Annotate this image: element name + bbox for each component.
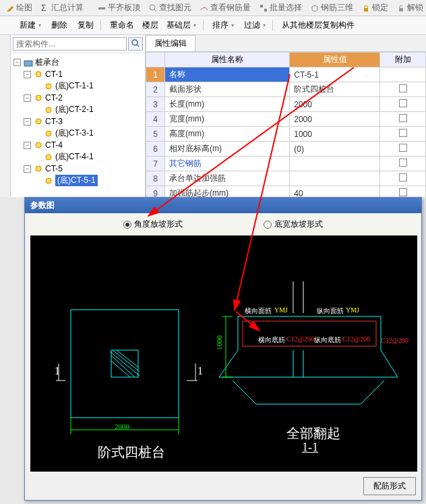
component-tree[interactable]: − 桩承台 − CT-1 (底)CT-1-1 − CT-2 (底)	[11, 53, 145, 197]
svg-line-3	[154, 9, 156, 11]
flatboard-button[interactable]: 平齐板顶	[94, 1, 143, 14]
findelem-label: 查找图元	[159, 2, 191, 13]
prop-name-cell: 其它钢筋	[165, 157, 290, 171]
collapse-icon[interactable]: −	[24, 94, 31, 102]
property-row[interactable]: 1 名称 CT-5-1	[146, 67, 426, 82]
tree-item[interactable]: − CT-5	[12, 163, 144, 174]
header-value: 属性值	[290, 53, 380, 67]
svg-point-25	[46, 84, 51, 89]
delete-button[interactable]: 删除	[47, 18, 70, 32]
find-icon	[148, 3, 158, 13]
property-row[interactable]: 8 承台单边加强筋	[146, 171, 426, 186]
svg-point-24	[36, 72, 41, 77]
prop-extra-cell[interactable]	[380, 112, 426, 127]
batchsel-button[interactable]: 批量选择	[256, 1, 305, 14]
rename-button[interactable]: 重命名	[105, 18, 137, 32]
prop-extra-cell[interactable]	[380, 127, 426, 142]
tree-child[interactable]: (底)CT-5-1	[12, 174, 144, 187]
checkbox[interactable]	[399, 173, 407, 181]
checkbox[interactable]	[399, 159, 407, 167]
row-number: 2	[146, 82, 165, 97]
prop-extra-cell[interactable]	[380, 157, 426, 171]
copy-button[interactable]: 复制	[73, 18, 96, 32]
collapse-icon[interactable]: −	[24, 142, 31, 149]
checkbox[interactable]	[399, 129, 407, 137]
search-button[interactable]	[128, 37, 143, 51]
tree-child[interactable]: (底)CT-4-1	[12, 150, 144, 163]
label-heng-di: 横向底筋	[258, 335, 285, 345]
row-number: 1	[146, 67, 165, 82]
lock-button[interactable]: 锁定	[359, 1, 391, 14]
sort-label: 排序	[212, 20, 229, 31]
prop-value-cell[interactable]: CT-5-1	[290, 67, 380, 82]
prop-value-cell[interactable]: 40	[290, 186, 380, 198]
prop-extra-cell[interactable]	[380, 186, 426, 198]
filter-button[interactable]: 过滤▾	[239, 18, 268, 32]
property-row[interactable]: 3 长度(mm) 2000	[146, 97, 426, 112]
tree-child[interactable]: (底)CT-1-1	[12, 80, 144, 92]
sumcalc-button[interactable]: Σ汇总计算	[38, 1, 86, 14]
collapse-icon[interactable]: −	[24, 165, 31, 173]
tree-child[interactable]: (底)CT-2-1	[12, 103, 144, 116]
property-row[interactable]: 5 高度(mm) 1000	[146, 127, 426, 142]
row-number: 9	[146, 186, 165, 198]
new-label: 新建	[20, 20, 36, 31]
prop-extra-cell[interactable]	[380, 171, 426, 186]
checkbox[interactable]	[399, 144, 407, 152]
property-row[interactable]: 4 宽度(mm) 2000	[146, 112, 426, 127]
delete-label: 删除	[51, 20, 67, 31]
property-row[interactable]: 6 相对底标高(m) (0)	[146, 142, 426, 157]
radio-bottom-label: 底宽放坡形式	[274, 219, 323, 230]
copyfrom-button[interactable]: 从其他楼层复制构件	[277, 18, 357, 32]
radio-angle-slope[interactable]: 角度放坡形式	[123, 219, 183, 230]
reinforcement-form-button[interactable]: 配筋形式	[363, 477, 416, 495]
tab-property-edit[interactable]: 属性编辑	[146, 35, 195, 51]
separator	[100, 20, 101, 31]
tree-child[interactable]: (底)CT-3-1	[12, 127, 144, 140]
viewrebar-button[interactable]: 查看钢筋量	[197, 1, 253, 14]
floor-button[interactable]: 楼层	[140, 18, 161, 32]
collapse-icon[interactable]: −	[13, 59, 21, 66]
prop-value-cell[interactable]: 2000	[290, 97, 380, 112]
prop-extra-cell[interactable]	[380, 142, 426, 157]
checkbox[interactable]	[399, 84, 407, 92]
collapse-icon[interactable]: −	[24, 71, 31, 78]
collapse-icon[interactable]: −	[24, 118, 31, 125]
search-input[interactable]	[13, 37, 127, 51]
prop-name-cell: 宽度(mm)	[165, 112, 290, 127]
prop-value-cell[interactable]: 1000	[290, 127, 380, 142]
checkbox[interactable]	[399, 188, 407, 196]
basement-dropdown[interactable]: 基础层▾	[164, 18, 199, 32]
tree-item[interactable]: − CT-3	[12, 116, 144, 127]
prop-extra-cell[interactable]	[380, 67, 426, 82]
checkbox[interactable]	[399, 99, 407, 107]
marker-1-right: 1	[197, 365, 203, 377]
floor-label: 楼层	[142, 20, 158, 31]
sort-button[interactable]: AZ排序▾	[208, 18, 237, 32]
svg-point-29	[46, 131, 51, 136]
tree-item[interactable]: − CT-1	[12, 69, 144, 80]
checkbox[interactable]	[399, 114, 407, 122]
property-row[interactable]: 9 加强筋起步(mm) 40	[146, 186, 426, 198]
prop-value-cell[interactable]	[290, 157, 380, 171]
tree-item[interactable]: − CT-4	[12, 140, 144, 150]
prop-value-cell[interactable]: 阶式四桩台	[290, 82, 380, 97]
tree-item-label: CT-3	[45, 117, 63, 126]
row-number: 3	[146, 97, 165, 112]
draw-button[interactable]: 绘图	[3, 1, 35, 14]
radio-bottom-slope[interactable]: 底宽放坡形式	[264, 219, 323, 230]
prop-value-cell[interactable]: (0)	[290, 142, 380, 157]
tree-item[interactable]: − CT-2	[12, 92, 144, 103]
unlock-button[interactable]: 解锁	[394, 1, 426, 14]
prop-extra-cell[interactable]	[380, 97, 426, 112]
node-icon	[34, 117, 43, 125]
new-button[interactable]: +新建▾	[15, 18, 44, 32]
prop-value-cell[interactable]	[290, 171, 380, 186]
tree-root[interactable]: − 桩承台	[12, 56, 144, 69]
prop-extra-cell[interactable]	[380, 82, 426, 97]
findelem-button[interactable]: 查找图元	[146, 1, 194, 14]
property-row[interactable]: 2 截面形状 阶式四桩台	[146, 82, 426, 97]
prop-value-cell[interactable]: 2000	[290, 112, 380, 127]
property-row[interactable]: 7 其它钢筋	[146, 157, 426, 171]
rebar3d-button[interactable]: 钢筋三维	[307, 1, 356, 14]
